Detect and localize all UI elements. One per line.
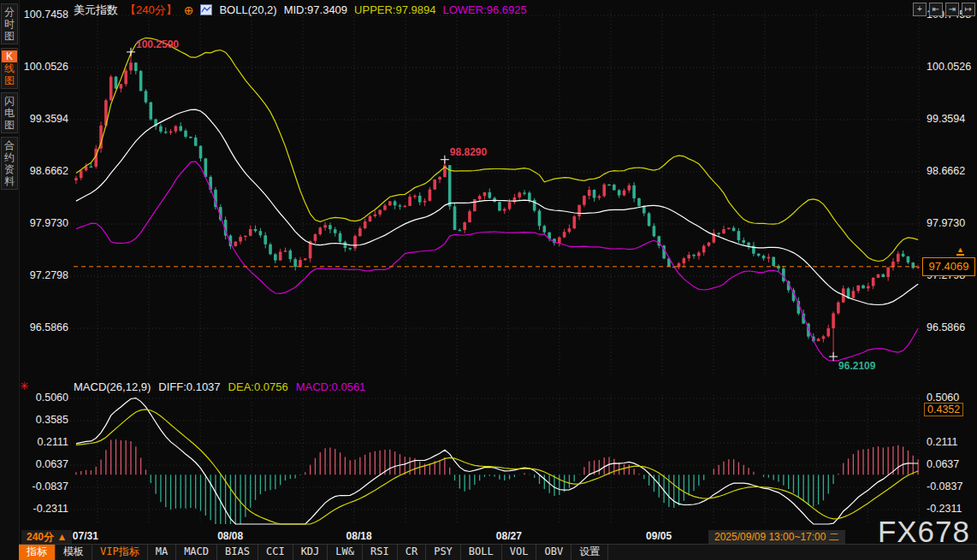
chart-header: 美元指数 【240分】 ⊕ BOLL(20,2) MID:97.3409 UPP… xyxy=(74,3,527,17)
main-axis-left-tick-2: 99.3594 xyxy=(19,113,68,125)
main-axis-right-tick-1: 100.0526 xyxy=(927,61,976,73)
toolbar-item-13[interactable]: VOL xyxy=(502,545,537,560)
sidebar-item-1[interactable]: K线图 xyxy=(1,48,18,89)
toolbar-item-1[interactable]: 模板 xyxy=(56,545,92,560)
macd-axis-right-tick-1: 0.4352 xyxy=(924,403,963,416)
toolbar-item-15[interactable]: 设置 xyxy=(571,545,608,560)
last-price-marker: 97.4069 xyxy=(922,257,975,276)
price-annotation-0: 100.2590 xyxy=(136,38,179,50)
toolbar-item-7[interactable]: KDJ xyxy=(293,545,329,560)
toolbar-item-6[interactable]: CCI xyxy=(258,545,293,560)
sidebar-item-2[interactable]: 闪电图 xyxy=(1,92,18,133)
macd-axis-right-tick-2: 0.2111 xyxy=(927,436,976,448)
macd-axis-left-tick-3: 0.0637 xyxy=(19,458,68,470)
timebar: 240分 ▲ 07/3108/0808/1808/2709/05 2025/09… xyxy=(19,530,977,545)
main-axis-left-tick-3: 98.6662 xyxy=(19,165,68,177)
main-axis-left-tick-5: 97.2798 xyxy=(19,269,68,281)
trading-app: 分时图K线图闪电图合约资料 美元指数 【240分】 ⊕ BOLL(20,2) M… xyxy=(0,0,977,560)
toolbar-item-8[interactable]: LW& xyxy=(328,545,363,560)
price-flag-icon[interactable]: ▲ xyxy=(956,246,964,256)
toolbar-item-4[interactable]: MACD xyxy=(176,545,217,560)
toolbar-item-14[interactable]: OBV xyxy=(536,545,571,560)
bottom-toolbar: 指标模板VIP指标MAMACDBIASCCIKDJLW&RSICRPSYBOLL… xyxy=(19,544,977,560)
boll-mid-value: MID:97.3409 xyxy=(284,3,347,16)
axis-left-icon[interactable]: ⇤ xyxy=(929,3,943,16)
macd-axis-left-tick-4: -0.0837 xyxy=(19,480,68,492)
price-annotation-1: 98.8290 xyxy=(450,146,487,158)
macd-axis-right-tick-4: -0.0837 xyxy=(927,480,976,492)
main-axis-right-tick-3: 98.6662 xyxy=(927,165,976,177)
toolbar-item-5[interactable]: BIAS xyxy=(217,545,258,560)
macd-macd-value: MACD:0.0561 xyxy=(296,380,366,393)
date-tick-3: 08/27 xyxy=(482,530,536,542)
chart-canvas[interactable] xyxy=(0,0,977,560)
boll-lower-value: LOWER:96.6925 xyxy=(442,3,526,16)
toolbar-item-12[interactable]: BOLL xyxy=(461,545,502,560)
main-axis-left-tick-0: 100.7458 xyxy=(19,9,68,21)
toolbar-item-0[interactable]: 指标 xyxy=(19,545,56,560)
macd-axis-right-tick-5: -0.2311 xyxy=(927,503,976,515)
date-tick-1: 08/08 xyxy=(203,530,258,542)
macd-formula: MACD(26,12,9) xyxy=(74,380,151,393)
sidebar-item-0[interactable]: 分时图 xyxy=(1,3,18,44)
toolbar-item-10[interactable]: CR xyxy=(398,545,426,560)
axis-right-icon[interactable]: ⇥ xyxy=(945,3,959,16)
main-axis-right-tick-6: 96.5866 xyxy=(927,321,976,333)
toolbar-item-11[interactable]: PSY xyxy=(426,545,461,560)
date-tick-4: 09/05 xyxy=(631,530,686,542)
date-tick-0: 07/31 xyxy=(58,530,113,542)
macd-dea-value: DEA:0.0756 xyxy=(228,380,288,393)
main-axis-right-tick-2: 99.3594 xyxy=(927,113,976,125)
macd-diff-value: DIFF:0.1037 xyxy=(158,380,220,393)
sidebar-item-3[interactable]: 合约资料 xyxy=(1,137,18,190)
symbol-title: 美元指数 xyxy=(74,3,118,18)
date-tick-2: 08/18 xyxy=(332,530,387,542)
main-axis-left-tick-4: 97.9730 xyxy=(19,217,68,229)
main-axis-left-tick-1: 100.0526 xyxy=(19,61,68,73)
sidebar: 分时图K线图闪电图合约资料 xyxy=(0,0,20,560)
kline-chart-icon[interactable] xyxy=(200,4,212,15)
last-price-value: 97.4069 xyxy=(929,260,969,273)
main-axis-right-tick-4: 97.9730 xyxy=(927,217,976,229)
macd-axis-left-tick-2: 0.2111 xyxy=(19,436,68,448)
boll-formula: BOLL(20,2) xyxy=(219,3,276,16)
add-indicator-icon[interactable]: ⊕ xyxy=(184,3,194,17)
price-annotation-2: 96.2109 xyxy=(838,360,875,372)
macd-axis-left-tick-1: 0.3585 xyxy=(19,414,68,426)
macd-axis-right-tick-3: 0.0637 xyxy=(927,458,976,470)
macd-header: MACD(26,12,9) DIFF:0.1037 DEA:0.0756 MAC… xyxy=(74,380,365,393)
toolbar-item-3[interactable]: MA xyxy=(148,545,176,560)
boll-upper-value: UPPER:97.9894 xyxy=(354,3,435,16)
indicator-flower-icon[interactable]: ✳ xyxy=(20,380,29,392)
macd-axis-left-tick-0: 0.5060 xyxy=(19,392,68,404)
toolbar-item-9[interactable]: RSI xyxy=(363,545,398,560)
crosshair-icon[interactable]: + xyxy=(913,3,927,16)
pan-right-icon[interactable]: ↦ xyxy=(962,3,975,16)
toolbar-item-2[interactable]: VIP指标 xyxy=(92,545,148,560)
macd-axis-left-tick-5: -0.2311 xyxy=(19,503,68,515)
corner-toolbar: +⇤⇥↦ xyxy=(913,3,975,16)
main-axis-left-tick-6: 96.5866 xyxy=(19,321,68,333)
session-label: 2025/09/09 13:00~17:00 二 xyxy=(708,530,845,544)
interval-badge[interactable]: 【240分】 xyxy=(125,3,177,18)
